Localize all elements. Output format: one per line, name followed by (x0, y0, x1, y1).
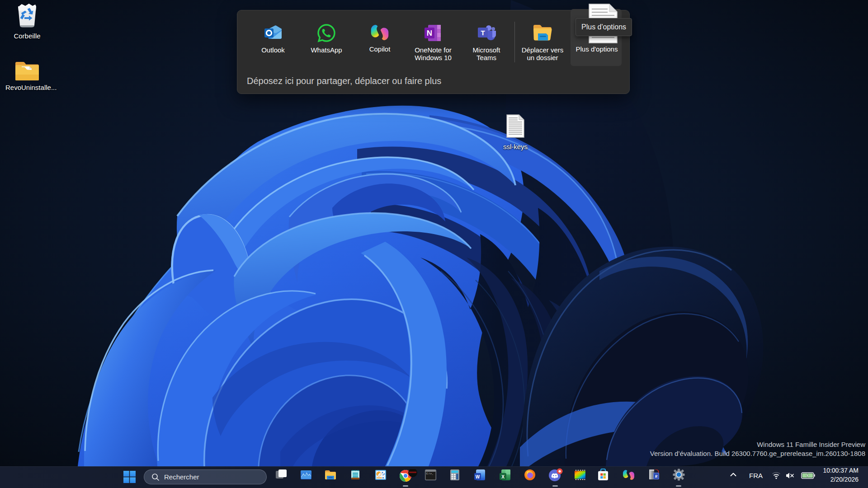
svg-text:N: N (427, 29, 432, 38)
svg-text:C:\>_: C:\>_ (426, 473, 434, 475)
svg-text:W: W (476, 474, 480, 479)
svg-text:X: X (501, 474, 505, 479)
svg-text:T: T (481, 29, 485, 37)
svg-text:R: R (654, 474, 657, 479)
